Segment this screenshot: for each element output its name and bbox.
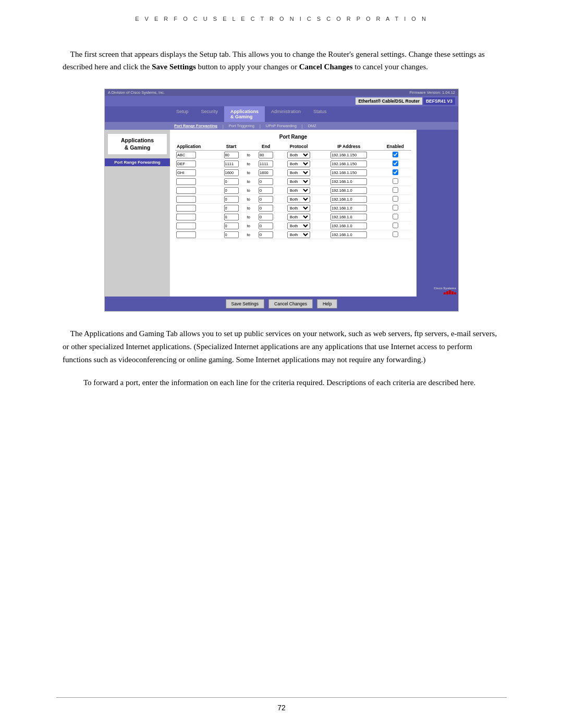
- table-row: toBothTCPUDP: [175, 159, 411, 168]
- cell-ip[interactable]: [319, 151, 380, 159]
- subtab-port-range-fwd[interactable]: Port Range Forwarding: [170, 122, 222, 130]
- cell-end[interactable]: [253, 230, 279, 239]
- cell-ip[interactable]: [319, 159, 380, 168]
- cell-ip[interactable]: [319, 186, 380, 195]
- intro-paragraph: The first screen that appears displays t…: [63, 48, 500, 73]
- cell-ip[interactable]: [319, 177, 380, 186]
- tab-administration[interactable]: Administration: [265, 106, 307, 122]
- cell-enabled[interactable]: [379, 213, 411, 221]
- tab-apps-gaming[interactable]: Applications& Gaming: [224, 106, 265, 122]
- cell-protocol[interactable]: BothTCPUDP: [279, 195, 319, 204]
- apps-label: Applications& Gaming: [108, 134, 167, 154]
- cell-start[interactable]: [218, 151, 244, 159]
- cell-application[interactable]: [175, 159, 218, 168]
- cell-start[interactable]: [218, 159, 244, 168]
- cell-to-label: to: [244, 230, 253, 239]
- router-brand: A Division of Cisco Systems, Inc.: [108, 90, 165, 95]
- cancel-changes-button[interactable]: Cancel Changes: [268, 299, 313, 309]
- cell-start[interactable]: [218, 221, 244, 230]
- cell-enabled[interactable]: [379, 177, 411, 186]
- table-row: toBothTCPUDP: [175, 204, 411, 213]
- cell-end[interactable]: [253, 221, 279, 230]
- cell-start[interactable]: [218, 195, 244, 204]
- cell-start[interactable]: [218, 230, 244, 239]
- page-footer: 72: [0, 697, 563, 712]
- col-end: End: [253, 143, 279, 151]
- tab-security[interactable]: Security: [195, 106, 225, 122]
- cell-enabled[interactable]: [379, 151, 411, 159]
- cell-application[interactable]: [175, 221, 218, 230]
- cell-application[interactable]: [175, 204, 218, 213]
- subtab-port-triggering[interactable]: Port Triggering: [225, 122, 259, 130]
- cell-application[interactable]: [175, 151, 218, 159]
- cell-application[interactable]: [175, 230, 218, 239]
- cell-end[interactable]: [253, 195, 279, 204]
- cell-enabled[interactable]: [379, 230, 411, 239]
- port-fwd-sidebar-btn[interactable]: Port Range Forwarding: [105, 158, 170, 166]
- cell-end[interactable]: [253, 151, 279, 159]
- cell-start[interactable]: [218, 177, 244, 186]
- page-header: E V E R F O C U S E L E C T R O N I C S …: [0, 0, 563, 27]
- cell-protocol[interactable]: BothTCPUDP: [279, 151, 319, 159]
- cell-protocol[interactable]: BothTCPUDP: [279, 177, 319, 186]
- cell-to-label: to: [244, 177, 253, 186]
- router-footer: Save Settings Cancel Changes Help: [105, 297, 458, 311]
- cell-ip[interactable]: [319, 204, 380, 213]
- cell-protocol[interactable]: BothTCPUDP: [279, 221, 319, 230]
- cell-protocol[interactable]: BothTCPUDP: [279, 213, 319, 221]
- cell-end[interactable]: [253, 159, 279, 168]
- tab-setup[interactable]: Setup: [170, 106, 195, 122]
- cell-application[interactable]: [175, 195, 218, 204]
- cell-enabled[interactable]: [379, 168, 411, 177]
- nav-tabs: Setup Security Applications& Gaming Admi…: [105, 106, 458, 122]
- cell-start[interactable]: [218, 186, 244, 195]
- body-paragraph2: The Applications and Gaming Tab allows y…: [63, 327, 500, 366]
- cell-enabled[interactable]: [379, 159, 411, 168]
- cell-protocol[interactable]: BothTCPUDP: [279, 230, 319, 239]
- subtab-dmz[interactable]: DMZ: [304, 122, 321, 130]
- subtab-upnp[interactable]: UPnP Forwarding: [262, 122, 301, 130]
- cell-protocol[interactable]: BothTCPUDP: [279, 168, 319, 177]
- cell-application[interactable]: [175, 177, 218, 186]
- cell-application[interactable]: [175, 213, 218, 221]
- router-screenshot: A Division of Cisco Systems, Inc. Firmwa…: [63, 89, 500, 312]
- col-ip: IP Address: [319, 143, 380, 151]
- router-header-row: Etherfast® Cable/DSL Router BEFSR41 V3: [105, 96, 458, 106]
- cell-enabled[interactable]: [379, 221, 411, 230]
- cell-to-label: to: [244, 195, 253, 204]
- cell-end[interactable]: [253, 186, 279, 195]
- router-top-bar: A Division of Cisco Systems, Inc. Firmwa…: [105, 89, 458, 96]
- table-row: toBothTCPUDP: [175, 151, 411, 159]
- cell-start[interactable]: [218, 213, 244, 221]
- cell-start[interactable]: [218, 168, 244, 177]
- cell-end[interactable]: [253, 213, 279, 221]
- col-to: [244, 143, 253, 151]
- cell-protocol[interactable]: BothTCPUDP: [279, 204, 319, 213]
- cell-ip[interactable]: [319, 230, 380, 239]
- cell-ip[interactable]: [319, 221, 380, 230]
- cell-start[interactable]: [218, 204, 244, 213]
- cell-enabled[interactable]: [379, 204, 411, 213]
- cell-application[interactable]: [175, 168, 218, 177]
- table-row: toBothTCPUDP: [175, 230, 411, 239]
- save-settings-button[interactable]: Save Settings: [226, 299, 264, 309]
- cell-enabled[interactable]: [379, 186, 411, 195]
- body-paragraph3: To forward a port, enter the information…: [63, 376, 500, 389]
- col-protocol: Protocol: [279, 143, 319, 151]
- cell-ip[interactable]: [319, 168, 380, 177]
- cell-to-label: to: [244, 213, 253, 221]
- cell-application[interactable]: [175, 186, 218, 195]
- cell-protocol[interactable]: BothTCPUDP: [279, 186, 319, 195]
- help-button[interactable]: Help: [317, 299, 337, 309]
- page-number: 72: [277, 704, 286, 712]
- router-content: Applications& Gaming Port Range Forwardi…: [105, 130, 458, 297]
- tab-status[interactable]: Status: [307, 106, 333, 122]
- cell-end[interactable]: [253, 177, 279, 186]
- cell-protocol[interactable]: BothTCPUDP: [279, 159, 319, 168]
- product-badge: Etherfast® Cable/DSL Router: [356, 97, 422, 105]
- cell-end[interactable]: [253, 168, 279, 177]
- cell-end[interactable]: [253, 204, 279, 213]
- cell-ip[interactable]: [319, 195, 380, 204]
- cell-ip[interactable]: [319, 213, 380, 221]
- cell-enabled[interactable]: [379, 195, 411, 204]
